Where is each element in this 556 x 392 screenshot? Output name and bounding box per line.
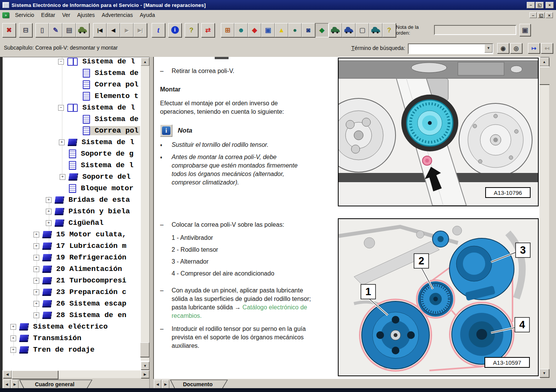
document-scrollbar-thumb[interactable] <box>539 67 550 85</box>
menu-ajustes[interactable]: Ajustes <box>73 11 98 19</box>
print-button[interactable]: ⊟ <box>19 23 32 37</box>
expand-icon[interactable]: + <box>33 255 39 261</box>
tree-item[interactable]: +20 Alimentación <box>3 263 140 275</box>
green-book-button[interactable]: ◆ <box>315 23 329 37</box>
search-term-combobox[interactable]: ▼ <box>408 43 493 54</box>
exit-button[interactable]: ✖ <box>2 23 16 37</box>
tree-scroll-down-button[interactable]: ▼ <box>141 362 149 370</box>
expand-icon[interactable]: + <box>33 301 39 307</box>
info-button[interactable]: i <box>168 23 182 37</box>
collapse-icon[interactable]: − <box>58 59 64 65</box>
tree-scroll-right-button[interactable]: ▶ <box>141 370 149 378</box>
tab-documento[interactable]: Documento <box>170 380 228 389</box>
tree-item[interactable]: Sistema de <box>3 113 140 125</box>
tab-cuadro-general[interactable]: Cuadro general <box>19 380 92 389</box>
menu-ver[interactable]: Ver <box>58 11 73 19</box>
expand-icon[interactable]: + <box>10 347 16 353</box>
nav-next-button[interactable]: ▶ <box>120 23 134 37</box>
tree-item[interactable]: +Bridas de esta <box>3 194 140 206</box>
expand-icon[interactable]: + <box>33 289 39 295</box>
expand-icon[interactable]: + <box>46 209 52 214</box>
tree-item[interactable]: +Transmisión <box>3 332 140 344</box>
vehicle-data-button[interactable] <box>76 23 89 37</box>
combobox-dropdown-icon[interactable]: ▼ <box>484 44 493 53</box>
tree-item[interactable]: +Pistón y biela <box>3 206 140 217</box>
warning-triangle-button[interactable]: ▲ <box>275 23 288 37</box>
tree-item[interactable]: Sistema de l <box>3 159 140 171</box>
mdi-close-button[interactable]: × <box>546 12 553 18</box>
expand-icon[interactable]: + <box>46 220 52 226</box>
catalog-link[interactable]: Catálogo electrónico de recambios. <box>172 304 307 319</box>
tree-item[interactable]: +28 Sistema de en <box>3 309 140 321</box>
document-tab-prev-button[interactable]: ◀ <box>154 380 161 389</box>
minimize-button[interactable]: – <box>527 2 535 8</box>
help-key-button[interactable]: ? <box>185 23 198 37</box>
tree-item[interactable]: Correa pol <box>3 79 140 90</box>
tree-item[interactable]: −Sistema de l <box>3 57 140 67</box>
bucket-button[interactable]: ◙ <box>302 23 315 37</box>
technician-button[interactable]: ☻ <box>234 23 248 37</box>
document-scrollbar-track[interactable] <box>539 66 549 369</box>
tree-item[interactable]: −Sistema de l <box>3 102 140 113</box>
menu-servicio[interactable]: Servicio <box>12 11 38 19</box>
expand-icon[interactable]: + <box>10 324 16 330</box>
mdi-restore-button[interactable]: ◱ <box>538 12 545 18</box>
menu-editar[interactable]: Editar <box>38 11 59 19</box>
nav-prev-button[interactable]: ◀ <box>107 23 120 37</box>
expand-icon[interactable]: + <box>46 197 52 203</box>
copy-document-button[interactable]: ▤ <box>62 23 76 37</box>
expand-icon[interactable]: + <box>33 232 39 238</box>
order-note-input[interactable] <box>434 25 516 35</box>
prev-hit-button[interactable]: ↤ <box>541 43 553 53</box>
expand-icon[interactable]: + <box>10 336 16 341</box>
tree-hscrollbar-thumb[interactable] <box>12 370 58 379</box>
tree-item[interactable]: +21 Turbocompresi <box>3 275 140 286</box>
tree-item[interactable]: +Soporte del <box>3 171 140 183</box>
window-grid-button[interactable]: ⊞ <box>221 23 234 37</box>
tree-item[interactable]: +Sistema de l <box>3 136 140 148</box>
collapse-icon[interactable]: − <box>58 105 64 111</box>
tree-item[interactable]: +23 Preparación c <box>3 286 140 298</box>
tree-item[interactable]: Soporte de g <box>3 148 140 159</box>
expand-icon[interactable]: + <box>33 312 39 318</box>
document-scroll-down-button[interactable]: ▼ <box>539 369 549 377</box>
order-window-button[interactable]: ▣ <box>519 24 531 36</box>
tree-item[interactable]: +17 Lubricación m <box>3 240 140 252</box>
new-document-button[interactable]: ▯ <box>35 23 49 37</box>
document-scroll-up-button[interactable]: ▲ <box>539 58 549 66</box>
mdi-minimize-button[interactable]: – <box>529 12 537 18</box>
tree-tab-next-button[interactable]: ▶ <box>11 380 18 389</box>
tree-item[interactable]: +Cigüeñal <box>3 217 140 229</box>
expand-icon[interactable]: + <box>60 174 65 180</box>
tree-scrollbar-track[interactable] <box>141 66 149 361</box>
red-book-button[interactable]: ◆ <box>248 23 261 37</box>
expand-icon[interactable]: + <box>59 140 65 145</box>
tree-item[interactable]: Elemento t <box>3 90 140 102</box>
hotline-button[interactable]: t <box>152 23 165 37</box>
green-car-button[interactable] <box>329 23 342 37</box>
monitor-doc-button[interactable]: ▣ <box>261 23 275 37</box>
tree-item[interactable]: +15 Motor culata, <box>3 229 140 240</box>
edit-document-button[interactable]: ✎ <box>49 23 62 37</box>
expand-icon[interactable]: + <box>33 278 39 284</box>
cup-help-button[interactable]: ? <box>382 23 396 37</box>
document-tab-next-button[interactable]: ▶ <box>162 380 169 389</box>
tree-item[interactable]: +19 Refrigeración <box>3 252 140 263</box>
tree-item[interactable]: +Sistema eléctrico <box>3 321 140 332</box>
gem-button[interactable]: ● <box>288 23 302 37</box>
service-icon[interactable]: » <box>2 12 9 18</box>
nav-last-button[interactable]: ▶| <box>134 23 147 37</box>
tree-item[interactable]: +Tren de rodaje <box>3 344 140 355</box>
restore-button[interactable]: ◱ <box>536 2 544 8</box>
page-small-button[interactable]: ▢ <box>356 23 369 37</box>
tree-item[interactable]: +26 Sistema escap <box>3 298 140 309</box>
teal-car-button[interactable] <box>369 23 382 37</box>
tree-item[interactable]: Bloque motor <box>3 183 140 194</box>
menu-ayuda[interactable]: Ayuda <box>136 11 158 19</box>
next-hit-button[interactable]: ↦ <box>528 43 540 53</box>
tree-scroll-up-button[interactable]: ▲ <box>141 58 149 66</box>
close-button[interactable]: × <box>546 2 554 8</box>
tree-scroll-left-button[interactable]: ◀ <box>3 370 12 378</box>
tree-item[interactable]: Sistema de <box>3 67 140 79</box>
expand-icon[interactable]: + <box>33 266 39 272</box>
